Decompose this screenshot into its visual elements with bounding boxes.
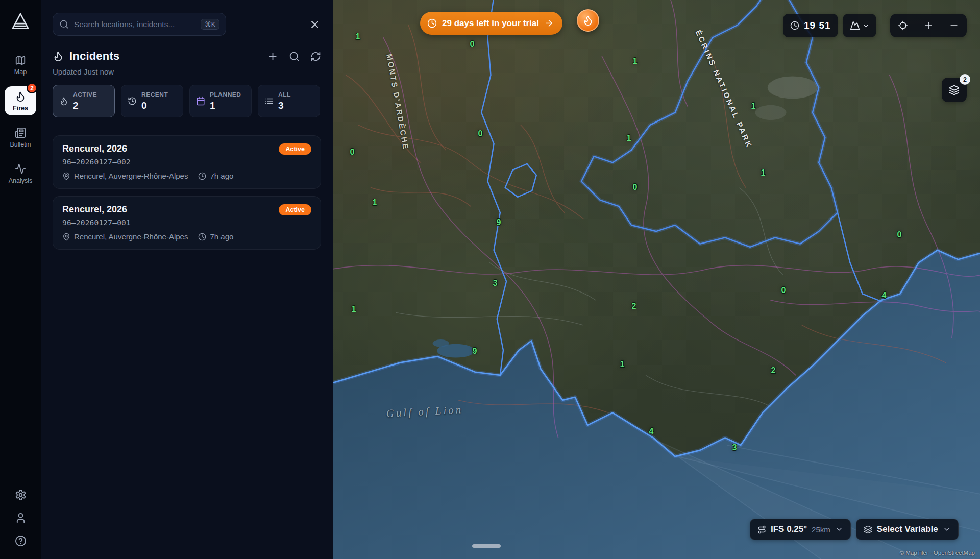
incidents-panel: ⌘K Incidents Updated Just now ACTIVE2 RE…	[41, 0, 333, 559]
fire-count-marker[interactable]: 1	[751, 102, 756, 111]
sidebar-item-analysis[interactable]: Analysis	[5, 159, 36, 188]
rail-bottom-cluster	[15, 489, 27, 547]
weather-model-controls: IFS 0.25° 25km Select Variable	[750, 519, 959, 540]
fire-count-marker[interactable]: 4	[649, 427, 654, 436]
fire-count-marker[interactable]: 1	[761, 168, 766, 178]
incident-location: Rencurel, Auvergne-Rhône-Alpes	[74, 232, 188, 241]
fire-count-marker[interactable]: 1	[373, 198, 377, 207]
map-icon	[15, 55, 26, 66]
fire-count-marker[interactable]: 0	[633, 183, 638, 192]
search-box[interactable]: ⌘K	[53, 13, 226, 36]
fire-count-marker[interactable]: 3	[732, 443, 737, 452]
zoom-out-button[interactable]	[942, 14, 966, 37]
incident-card[interactable]: Rencurel, 2026 Active 96—20260127—002 Re…	[53, 135, 321, 189]
search-incidents-icon[interactable]	[289, 51, 300, 62]
incident-id: 96—20260127—001	[62, 218, 311, 227]
route-icon	[757, 525, 766, 534]
flame-icon	[15, 91, 26, 102]
fire-count-marker[interactable]: 9	[497, 218, 501, 227]
shortcut-badge: ⌘K	[201, 19, 219, 30]
map-canvas[interactable]: MONTS D'ARDÈCHE ÉCRINS NATIONAL PARK Gul…	[333, 0, 980, 559]
sidebar-item-bulletin[interactable]: Bulletin	[5, 123, 36, 152]
app-window: Map 2 Fires Bulletin Analysis	[0, 0, 980, 559]
search-input[interactable]	[74, 20, 195, 29]
tab-active[interactable]: ACTIVE2	[53, 85, 115, 117]
fire-count-marker[interactable]: 0	[781, 286, 786, 295]
model-name: IFS 0.25°	[771, 524, 807, 534]
tab-count: 0	[141, 100, 168, 111]
locate-button[interactable]	[891, 14, 915, 37]
plus-icon	[923, 20, 934, 31]
tab-all[interactable]: ALL3	[258, 85, 320, 117]
model-select[interactable]: IFS 0.25° 25km	[750, 519, 851, 540]
incident-time: 7h ago	[210, 232, 233, 241]
refresh-icon[interactable]	[310, 51, 321, 62]
fire-count-marker[interactable]: 1	[352, 305, 356, 314]
tab-count: 1	[210, 100, 241, 111]
variable-name: Select Variable	[877, 524, 938, 534]
tab-recent[interactable]: RECENT0	[121, 85, 183, 117]
sidebar-item-map[interactable]: Map	[5, 50, 36, 79]
incident-card[interactable]: Rencurel, 2026 Active 96—20260127—001 Re…	[53, 196, 321, 250]
chevron-down-icon	[835, 525, 843, 533]
incident-time: 7h ago	[210, 172, 233, 180]
trial-banner[interactable]: 29 days left in your trial	[420, 12, 562, 35]
fire-count-marker[interactable]: 0	[478, 129, 483, 138]
tab-count: 3	[278, 100, 291, 111]
map-attribution: © MapTiler · OpenStreetMap	[900, 550, 975, 556]
home-indicator[interactable]	[472, 544, 501, 548]
arrow-right-icon	[544, 18, 554, 28]
map-markers: 1011010101903042191243	[333, 0, 980, 559]
tab-label: ALL	[278, 91, 291, 99]
layers-button[interactable]: 2	[942, 78, 967, 102]
close-icon[interactable]	[309, 18, 321, 31]
help-icon[interactable]	[15, 535, 27, 547]
fire-count-marker[interactable]: 1	[633, 57, 638, 66]
fire-count-marker[interactable]: 1	[627, 134, 631, 143]
fire-count-marker[interactable]: 3	[493, 279, 498, 288]
fire-count-marker[interactable]: 9	[473, 347, 477, 356]
locate-icon	[898, 20, 908, 31]
user-icon[interactable]	[15, 512, 27, 524]
fire-count-marker[interactable]: 0	[470, 40, 475, 49]
flame-icon	[53, 51, 64, 62]
nav-rail: Map 2 Fires Bulletin Analysis	[0, 0, 41, 559]
fire-count-marker[interactable]: 2	[771, 366, 776, 375]
fire-count-marker[interactable]: 4	[882, 291, 887, 300]
fire-count-marker[interactable]: 0	[897, 230, 902, 239]
tab-label: ACTIVE	[73, 91, 97, 99]
app-logo-icon	[10, 11, 31, 32]
status-badge: Active	[279, 143, 311, 155]
sidebar-item-label: Bulletin	[10, 141, 31, 148]
newspaper-icon	[15, 127, 26, 138]
sidebar-item-label: Fires	[13, 105, 28, 112]
incident-location: Rencurel, Auvergne-Rhône-Alpes	[74, 172, 188, 180]
fire-mode-button[interactable]	[577, 9, 599, 32]
zoom-in-button[interactable]	[917, 14, 940, 37]
clock-icon	[790, 21, 799, 30]
chevron-down-icon	[943, 525, 951, 533]
layers-icon	[949, 85, 960, 95]
sidebar-item-fires[interactable]: 2 Fires	[5, 86, 36, 115]
pin-icon	[62, 233, 70, 241]
fire-count-marker[interactable]: 1	[356, 32, 360, 41]
clock-icon	[427, 18, 437, 28]
list-icon	[264, 96, 274, 106]
basemap-style-button[interactable]	[843, 14, 876, 37]
incident-id: 96—20260127—002	[62, 158, 311, 166]
fire-count-marker[interactable]: 0	[350, 148, 355, 157]
flame-icon	[59, 96, 68, 106]
clock-icon	[198, 172, 206, 180]
fire-count-marker[interactable]: 2	[632, 302, 636, 311]
clock-icon	[198, 233, 206, 241]
flame-icon	[582, 15, 594, 26]
incident-title: Rencurel, 2026	[62, 204, 127, 215]
layers-count-badge: 2	[960, 74, 970, 85]
variable-select[interactable]: Select Variable	[856, 519, 959, 540]
fire-count-marker[interactable]: 1	[620, 360, 625, 369]
calendar-icon	[196, 96, 205, 106]
updated-timestamp: Updated Just now	[53, 67, 321, 76]
add-incident-icon[interactable]	[267, 51, 278, 62]
gear-icon[interactable]	[15, 489, 27, 501]
tab-planned[interactable]: PLANNED1	[189, 85, 252, 117]
